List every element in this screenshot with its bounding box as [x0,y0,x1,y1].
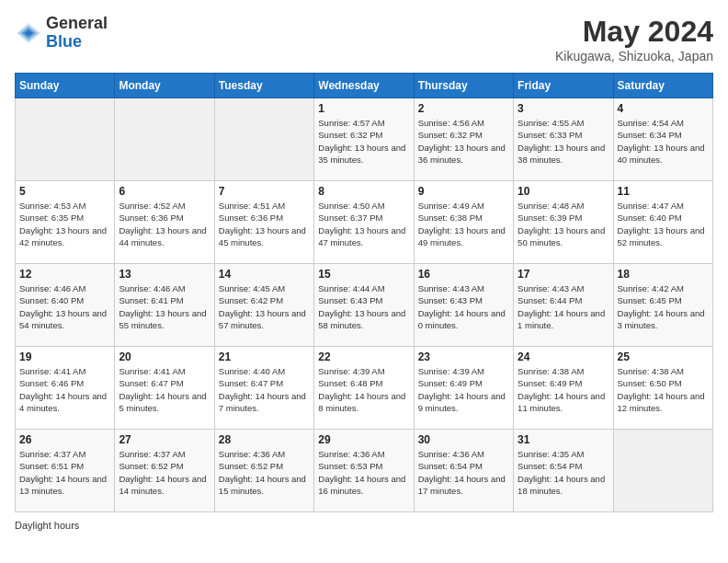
calendar-cell [16,98,115,181]
day-info: Sunrise: 4:43 AMSunset: 6:44 PMDaylight:… [518,282,609,331]
calendar-cell: 18Sunrise: 4:42 AMSunset: 6:45 PMDayligh… [613,264,712,347]
day-info: Sunrise: 4:37 AMSunset: 6:51 PMDaylight:… [19,448,110,497]
calendar-cell [115,98,214,181]
calendar-cell: 1Sunrise: 4:57 AMSunset: 6:32 PMDaylight… [314,98,414,181]
calendar-cell: 21Sunrise: 4:40 AMSunset: 6:47 PMDayligh… [214,347,313,430]
day-info: Sunrise: 4:41 AMSunset: 6:47 PMDaylight:… [119,365,210,414]
calendar-cell: 14Sunrise: 4:45 AMSunset: 6:42 PMDayligh… [214,264,313,347]
calendar-cell: 11Sunrise: 4:47 AMSunset: 6:40 PMDayligh… [613,181,712,264]
day-info: Sunrise: 4:40 AMSunset: 6:47 PMDaylight:… [219,365,310,414]
calendar-day-header: Wednesday [314,74,414,98]
day-info: Sunrise: 4:51 AMSunset: 6:36 PMDaylight:… [219,200,310,248]
calendar-day-header: Tuesday [214,74,313,98]
day-number: 31 [518,433,609,446]
calendar-week-row: 26Sunrise: 4:37 AMSunset: 6:51 PMDayligh… [16,430,713,512]
calendar-cell: 6Sunrise: 4:52 AMSunset: 6:36 PMDaylight… [115,181,214,264]
page-header: General Blue May 2024 Kikugawa, Shizuoka… [15,15,713,63]
day-info: Sunrise: 4:55 AMSunset: 6:33 PMDaylight:… [518,117,609,166]
day-number: 20 [119,350,210,363]
calendar-week-row: 12Sunrise: 4:46 AMSunset: 6:40 PMDayligh… [16,264,713,347]
day-info: Sunrise: 4:36 AMSunset: 6:54 PMDaylight:… [418,448,509,497]
calendar-week-row: 5Sunrise: 4:53 AMSunset: 6:35 PMDaylight… [16,181,713,264]
day-info: Sunrise: 4:39 AMSunset: 6:48 PMDaylight:… [318,365,409,414]
day-info: Sunrise: 4:44 AMSunset: 6:43 PMDaylight:… [318,282,409,331]
day-number: 15 [318,268,409,281]
day-number: 23 [418,350,509,363]
day-number: 17 [518,268,609,281]
day-info: Sunrise: 4:47 AMSunset: 6:40 PMDaylight:… [618,200,709,248]
day-number: 21 [219,350,310,363]
day-info: Sunrise: 4:50 AMSunset: 6:37 PMDaylight:… [318,200,409,248]
day-number: 9 [418,185,509,198]
calendar-cell: 24Sunrise: 4:38 AMSunset: 6:49 PMDayligh… [514,347,613,430]
day-info: Sunrise: 4:36 AMSunset: 6:53 PMDaylight:… [318,448,409,497]
day-number: 30 [418,433,509,446]
day-info: Sunrise: 4:38 AMSunset: 6:50 PMDaylight:… [618,365,709,414]
title-block: May 2024 Kikugawa, Shizuoka, Japan [555,15,713,63]
calendar-day-header: Friday [514,74,613,98]
day-number: 18 [618,268,709,281]
logo-icon [15,19,42,47]
calendar-day-header: Monday [115,74,214,98]
calendar-day-header: Saturday [613,74,712,98]
day-number: 24 [518,350,609,363]
day-info: Sunrise: 4:42 AMSunset: 6:45 PMDaylight:… [618,282,709,331]
calendar-cell: 5Sunrise: 4:53 AMSunset: 6:35 PMDaylight… [16,181,115,264]
day-number: 13 [119,268,210,281]
day-number: 14 [219,268,310,281]
day-info: Sunrise: 4:53 AMSunset: 6:35 PMDaylight:… [19,200,110,248]
calendar-cell: 31Sunrise: 4:35 AMSunset: 6:54 PMDayligh… [514,430,613,512]
calendar-cell: 9Sunrise: 4:49 AMSunset: 6:38 PMDaylight… [414,181,513,264]
day-info: Sunrise: 4:46 AMSunset: 6:41 PMDaylight:… [119,282,210,331]
calendar-header-row: SundayMondayTuesdayWednesdayThursdayFrid… [16,74,713,98]
calendar-cell: 3Sunrise: 4:55 AMSunset: 6:33 PMDaylight… [514,98,613,181]
footer: Daylight hours [15,520,713,531]
calendar-week-row: 19Sunrise: 4:41 AMSunset: 6:46 PMDayligh… [16,347,713,430]
calendar-day-header: Thursday [414,74,513,98]
location: Kikugawa, Shizuoka, Japan [555,49,713,63]
day-info: Sunrise: 4:35 AMSunset: 6:54 PMDaylight:… [518,448,609,497]
calendar-cell: 4Sunrise: 4:54 AMSunset: 6:34 PMDaylight… [613,98,712,181]
day-info: Sunrise: 4:45 AMSunset: 6:42 PMDaylight:… [219,282,310,331]
day-number: 3 [518,102,609,115]
day-info: Sunrise: 4:43 AMSunset: 6:43 PMDaylight:… [418,282,509,331]
day-number: 22 [318,350,409,363]
calendar-cell: 17Sunrise: 4:43 AMSunset: 6:44 PMDayligh… [514,264,613,347]
day-info: Sunrise: 4:38 AMSunset: 6:49 PMDaylight:… [518,365,609,414]
month-title: May 2024 [555,15,713,49]
calendar-cell [613,430,712,512]
day-info: Sunrise: 4:48 AMSunset: 6:39 PMDaylight:… [518,200,609,248]
day-info: Sunrise: 4:36 AMSunset: 6:52 PMDaylight:… [219,448,310,497]
logo-text: General Blue [46,15,108,52]
footer-text: Daylight hours [15,520,79,531]
calendar-table: SundayMondayTuesdayWednesdayThursdayFrid… [15,73,713,512]
calendar-cell: 2Sunrise: 4:56 AMSunset: 6:32 PMDaylight… [414,98,513,181]
day-number: 27 [119,433,210,446]
calendar-cell: 10Sunrise: 4:48 AMSunset: 6:39 PMDayligh… [514,181,613,264]
day-number: 6 [119,185,210,198]
calendar-cell: 27Sunrise: 4:37 AMSunset: 6:52 PMDayligh… [115,430,214,512]
day-info: Sunrise: 4:54 AMSunset: 6:34 PMDaylight:… [618,117,709,166]
day-number: 12 [19,268,110,281]
day-number: 29 [318,433,409,446]
day-info: Sunrise: 4:41 AMSunset: 6:46 PMDaylight:… [19,365,110,414]
logo-general: General [46,14,108,32]
day-number: 11 [618,185,709,198]
logo-blue: Blue [46,32,82,51]
calendar-cell: 29Sunrise: 4:36 AMSunset: 6:53 PMDayligh… [314,430,414,512]
calendar-cell: 12Sunrise: 4:46 AMSunset: 6:40 PMDayligh… [16,264,115,347]
day-number: 7 [219,185,310,198]
day-info: Sunrise: 4:49 AMSunset: 6:38 PMDaylight:… [418,200,509,248]
calendar-cell: 23Sunrise: 4:39 AMSunset: 6:49 PMDayligh… [414,347,513,430]
day-number: 25 [618,350,709,363]
day-number: 8 [318,185,409,198]
day-info: Sunrise: 4:39 AMSunset: 6:49 PMDaylight:… [418,365,509,414]
logo: General Blue [15,15,108,52]
calendar-cell: 22Sunrise: 4:39 AMSunset: 6:48 PMDayligh… [314,347,414,430]
day-number: 10 [518,185,609,198]
calendar-day-header: Sunday [16,74,115,98]
day-number: 19 [19,350,110,363]
day-info: Sunrise: 4:57 AMSunset: 6:32 PMDaylight:… [318,117,409,166]
day-number: 5 [19,185,110,198]
calendar-cell: 25Sunrise: 4:38 AMSunset: 6:50 PMDayligh… [613,347,712,430]
